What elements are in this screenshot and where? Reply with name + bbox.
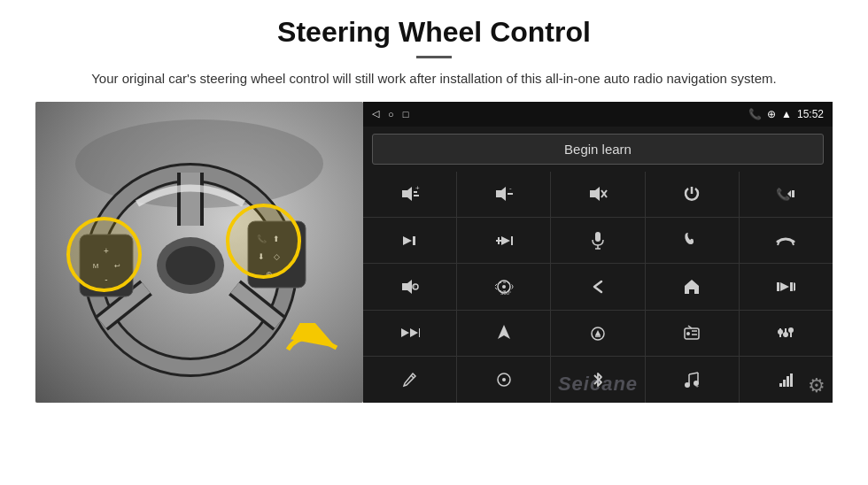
yellow-arrow — [283, 323, 354, 376]
controls-grid: + - 📞 ! 360° — [363, 172, 833, 403]
svg-point-79 — [502, 378, 506, 381]
begin-learn-button[interactable]: Begin learn — [372, 134, 824, 165]
svg-marker-59 — [401, 328, 409, 337]
music-button[interactable]: + — [646, 357, 739, 402]
page-wrapper: Steering Wheel Control Your original car… — [0, 0, 868, 485]
svg-marker-47 — [402, 280, 412, 294]
svg-text:+: + — [415, 186, 420, 192]
vol-down-button[interactable]: - — [457, 172, 550, 217]
svg-rect-42 — [595, 232, 601, 242]
svg-marker-58 — [794, 282, 795, 291]
nav-icons: ◁ ○ □ — [372, 108, 408, 119]
recents-nav-icon[interactable]: □ — [403, 109, 409, 119]
svg-rect-55 — [777, 282, 779, 291]
eq-button[interactable] — [740, 311, 833, 356]
page-title: Steering Wheel Control — [277, 16, 591, 49]
circle-menu-button[interactable] — [457, 357, 550, 402]
svg-rect-88 — [787, 376, 789, 387]
svg-line-77 — [411, 375, 414, 378]
back-button[interactable] — [551, 264, 644, 309]
skip-next-button[interactable] — [363, 218, 456, 263]
hangup-button[interactable] — [740, 218, 833, 263]
location-icon: ⊕ — [767, 108, 776, 120]
horn-button[interactable]: ! — [363, 264, 456, 309]
power-button[interactable] — [646, 172, 739, 217]
svg-point-74 — [783, 332, 788, 337]
status-bar: ◁ ○ □ 📞 ⊕ ▲ 15:52 — [363, 102, 833, 127]
svg-rect-87 — [783, 380, 786, 387]
phone-status-icon: 📞 — [748, 108, 762, 120]
title-divider — [416, 56, 452, 58]
svg-rect-86 — [779, 383, 782, 387]
skip-ff-button[interactable] — [457, 218, 550, 263]
highlight-circle-left — [66, 217, 142, 292]
svg-text:-: - — [509, 186, 512, 192]
begin-learn-row: Begin learn — [363, 127, 833, 172]
home-button[interactable] — [646, 264, 739, 309]
call-button[interactable] — [646, 218, 739, 263]
svg-text:+: + — [695, 383, 699, 389]
svg-text:360°: 360° — [500, 290, 512, 296]
svg-point-51 — [502, 285, 506, 289]
time-display: 15:52 — [797, 108, 824, 120]
car-image-panel: + M - ↩ 📞 ⬆ ⬇ ◇ ⊕ — [35, 102, 363, 403]
svg-point-67 — [686, 332, 690, 335]
svg-marker-54 — [685, 280, 699, 294]
svg-point-10 — [166, 246, 215, 285]
svg-rect-57 — [790, 282, 793, 291]
eject-button[interactable] — [551, 311, 644, 356]
wifi-icon: ▲ — [781, 108, 792, 120]
phone-prev-button[interactable]: 📞 — [740, 172, 833, 217]
prev-prev-button[interactable] — [740, 264, 833, 309]
bluetooth-button[interactable] — [551, 357, 644, 402]
svg-marker-56 — [780, 282, 789, 291]
svg-rect-37 — [413, 236, 415, 245]
svg-point-72 — [778, 329, 783, 335]
svg-marker-30 — [590, 187, 600, 201]
subtitle: Your original car's steering wheel contr… — [91, 69, 777, 89]
svg-point-83 — [685, 382, 690, 388]
svg-marker-60 — [410, 328, 418, 337]
svg-rect-61 — [419, 328, 420, 337]
pen-button[interactable] — [363, 357, 456, 402]
nav-button[interactable] — [457, 311, 550, 356]
vol-up-button[interactable]: + — [363, 172, 456, 217]
svg-rect-41 — [511, 236, 513, 245]
svg-point-76 — [788, 327, 794, 333]
home-nav-icon[interactable]: ○ — [388, 109, 394, 119]
svg-marker-36 — [403, 236, 412, 245]
back-nav-icon[interactable]: ◁ — [372, 108, 379, 119]
svg-marker-27 — [496, 187, 506, 201]
content-area: + M - ↩ 📞 ⬆ ⬇ ◇ ⊕ — [35, 102, 833, 403]
svg-marker-64 — [595, 330, 601, 335]
svg-marker-23 — [402, 187, 412, 201]
android-panel: ◁ ○ □ 📞 ⊕ ▲ 15:52 Begin learn + - — [363, 102, 833, 403]
mute-button[interactable] — [551, 172, 644, 217]
svg-marker-40 — [501, 236, 510, 245]
fast-forward-button[interactable] — [363, 311, 456, 356]
svg-text:!: ! — [414, 284, 415, 290]
svg-line-80 — [689, 373, 698, 374]
svg-marker-62 — [498, 325, 510, 339]
svg-rect-89 — [790, 373, 793, 387]
highlight-circle-right — [226, 204, 301, 279]
status-bar-right: 📞 ⊕ ▲ 15:52 — [748, 108, 824, 120]
svg-rect-35 — [792, 190, 794, 197]
gear-icon[interactable]: ⚙ — [808, 374, 825, 397]
mic-button[interactable] — [551, 218, 644, 263]
camera-360-button[interactable]: 360° — [457, 264, 550, 309]
radio-button[interactable] — [646, 311, 739, 356]
